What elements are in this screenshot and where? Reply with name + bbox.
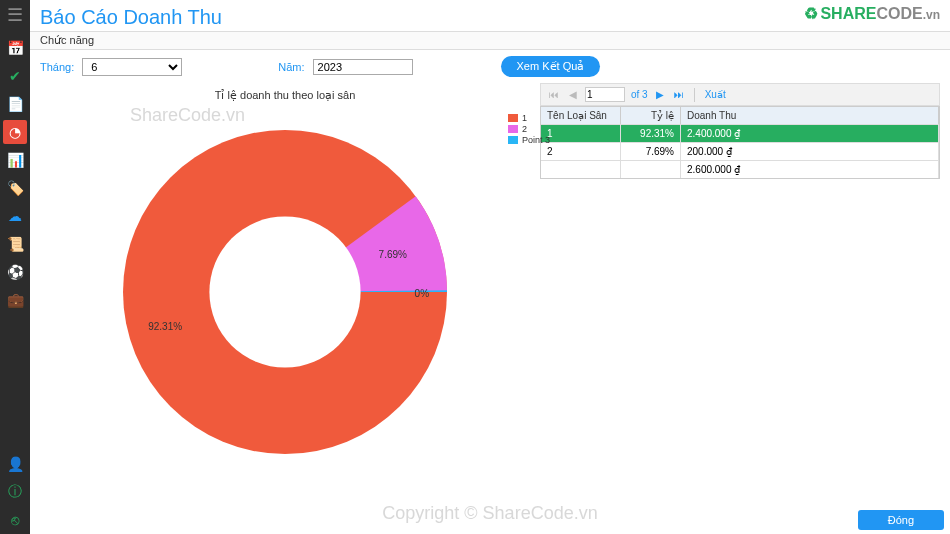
pager-of-label: of 3 [631, 89, 648, 100]
app-root: ☰ 📅 ✔ 📄 ◔ 📊 🏷️ ☁ 📜 ⚽ 💼 👤 ⓘ ⎋ ♻SHARECODE.… [0, 0, 950, 534]
main-pane: ♻SHARECODE.vn Báo Cáo Doanh Thu Chức năn… [30, 0, 950, 534]
nav-calendar[interactable]: 📅 [3, 36, 27, 60]
nav-stats[interactable]: 📊 [3, 148, 27, 172]
grid-header-row: Tên Loại Sân Tỷ lệ Doanh Thu [541, 107, 939, 124]
year-input[interactable] [313, 59, 413, 75]
slice-label-3: 0% [415, 288, 429, 299]
hamburger-icon[interactable]: ☰ [7, 4, 23, 26]
content-area: Tỉ lệ doanh thu theo loại sân ShareCode.… [30, 83, 950, 534]
sidebar: ☰ 📅 ✔ 📄 ◔ 📊 🏷️ ☁ 📜 ⚽ 💼 👤 ⓘ ⎋ [0, 0, 30, 534]
pager-toolbar: ⏮ ◀ of 3 ▶ ⏭ Xuất [540, 83, 940, 106]
svg-point-1 [209, 216, 360, 367]
nav-scroll[interactable]: 📜 [3, 232, 27, 256]
col-header-revenue[interactable]: Doanh Thu [681, 107, 939, 124]
cell-ratio: 7.69% [621, 143, 681, 160]
nav-user[interactable]: 👤 [3, 452, 27, 476]
pager-last-icon[interactable]: ⏭ [672, 89, 686, 100]
cell-revenue: 2.600.000 ₫ [681, 161, 939, 178]
export-button[interactable]: Xuất [703, 89, 728, 100]
pager-page-input[interactable] [585, 87, 625, 102]
cell-name [541, 161, 621, 178]
function-label: Chức năng [30, 31, 950, 50]
slice-label-2: 7.69% [379, 249, 407, 260]
data-grid: Tên Loại Sân Tỷ lệ Doanh Thu 192.31%2.40… [540, 106, 940, 179]
close-button[interactable]: Đóng [858, 510, 944, 530]
view-result-button[interactable]: Xem Kết Quả [501, 56, 601, 77]
legend-label-3: Point 3 [522, 135, 550, 145]
month-select[interactable]: 6 [82, 58, 182, 76]
nav-report[interactable]: ◔ [3, 120, 27, 144]
nav-check[interactable]: ✔ [3, 64, 27, 88]
nav-cloud[interactable]: ☁ [3, 204, 27, 228]
nav-info[interactable]: ⓘ [3, 480, 27, 504]
chart-legend: 1 2 Point 3 [508, 113, 550, 146]
legend-label-1: 1 [522, 113, 527, 123]
chart-title: Tỉ lệ doanh thu theo loại sân [40, 89, 530, 102]
donut-chart: 92.31% 7.69% 0% [105, 112, 465, 472]
cell-revenue: 2.400.000 ₫ [681, 125, 939, 142]
month-label: Tháng: [40, 61, 74, 73]
nav-logout[interactable]: ⎋ [3, 508, 27, 532]
col-header-name[interactable]: Tên Loại Sân [541, 107, 621, 124]
table-row[interactable]: 192.31%2.400.000 ₫ [541, 124, 939, 142]
nav-ball[interactable]: ⚽ [3, 260, 27, 284]
cell-ratio [621, 161, 681, 178]
nav-voucher[interactable]: 🏷️ [3, 176, 27, 200]
logo-icon: ♻ [804, 5, 818, 22]
table-row[interactable]: 27.69%200.000 ₫ [541, 142, 939, 160]
cell-revenue: 200.000 ₫ [681, 143, 939, 160]
pager-first-icon[interactable]: ⏮ [547, 89, 561, 100]
chart-pane: Tỉ lệ doanh thu theo loại sân ShareCode.… [40, 83, 530, 534]
cell-name: 1 [541, 125, 621, 142]
legend-label-2: 2 [522, 124, 527, 134]
legend-swatch-2 [508, 125, 518, 133]
year-label: Năm: [278, 61, 304, 73]
filter-bar: Tháng: 6 Năm: Xem Kết Quả [30, 50, 950, 83]
nav-wallet[interactable]: 💼 [3, 288, 27, 312]
pager-next-icon[interactable]: ▶ [654, 89, 666, 100]
cell-name: 2 [541, 143, 621, 160]
nav-doc[interactable]: 📄 [3, 92, 27, 116]
pager-prev-icon[interactable]: ◀ [567, 89, 579, 100]
watermark-large: Copyright © ShareCode.vn [382, 503, 597, 524]
col-header-ratio[interactable]: Tỷ lệ [621, 107, 681, 124]
table-row[interactable]: 2.600.000 ₫ [541, 160, 939, 178]
cell-ratio: 92.31% [621, 125, 681, 142]
footer: Đóng [858, 510, 944, 530]
legend-swatch-1 [508, 114, 518, 122]
slice-label-1: 92.31% [148, 321, 182, 332]
brand-logo: ♻SHARECODE.vn [804, 4, 940, 23]
table-pane: ⏮ ◀ of 3 ▶ ⏭ Xuất Tên Loại Sân Tỷ lệ Doa… [540, 83, 940, 534]
legend-swatch-3 [508, 136, 518, 144]
